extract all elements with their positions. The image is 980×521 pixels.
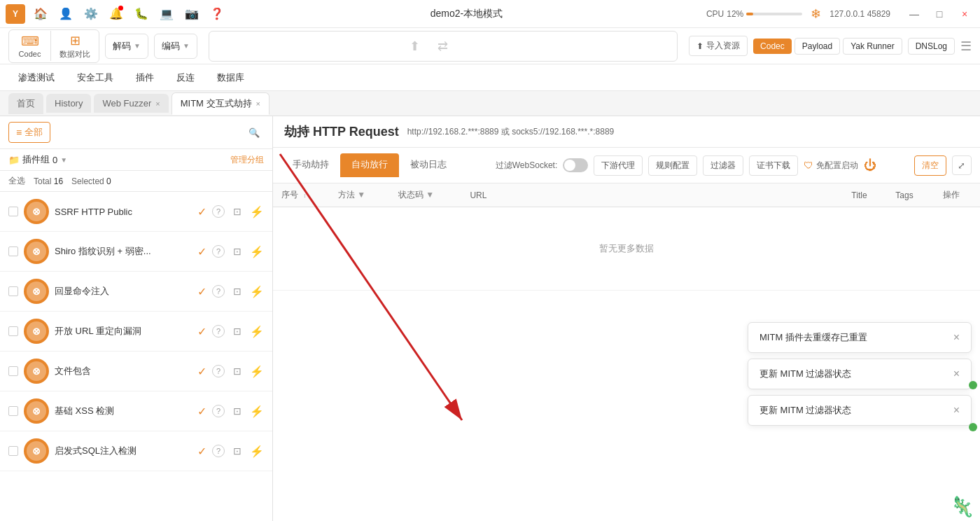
plugin-checkbox[interactable] (8, 366, 18, 376)
clear-button[interactable]: 清空 (914, 155, 946, 176)
tab-mitm-close[interactable]: × (256, 99, 260, 108)
tab-history[interactable]: History (46, 94, 91, 113)
tab-mitm[interactable]: MITM 交互式劫持 × (172, 92, 270, 115)
plugin-run-icon[interactable]: ⚡ (250, 405, 264, 418)
tab-manual-hijack[interactable]: 手动劫持 (281, 153, 340, 177)
plugin-checkbox[interactable] (8, 246, 18, 256)
decode-dropdown[interactable]: 解码 ▼ (105, 34, 148, 59)
list-item[interactable]: ⊗ 启发式SQL注入检测 ✓ ? ⊡ ⚡ (0, 431, 272, 471)
col-status: 状态码 ▼ (390, 183, 461, 207)
plugin-name: 开放 URL 重定向漏洞 (55, 325, 192, 338)
list-item[interactable]: ⊗ 文件包含 ✓ ? ⊡ ⚡ (0, 352, 272, 391)
plugin-help-icon[interactable]: ? (212, 325, 225, 338)
notification-1-close[interactable]: × (953, 331, 960, 344)
tabs: 首页 History Web Fuzzer × MITM 交互式劫持 × (0, 91, 980, 116)
plugin-help-icon[interactable]: ? (212, 285, 225, 298)
tab-home[interactable]: 首页 (8, 93, 43, 114)
seq-sort-icon[interactable]: ↕ (303, 193, 306, 199)
menu-more-icon[interactable]: ☰ (960, 39, 972, 54)
plugin-log-icon[interactable]: ⊡ (230, 284, 244, 298)
plugin-run-icon[interactable]: ⚡ (250, 205, 264, 218)
filter-button[interactable]: 过滤器 (703, 155, 743, 176)
tab-web-fuzzer[interactable]: Web Fuzzer × (94, 94, 168, 113)
encode-dropdown[interactable]: 编码 ▼ (154, 34, 197, 59)
import-resource-button[interactable]: ⬆ 导入资源 (689, 36, 748, 56)
tab-web-fuzzer-close[interactable]: × (155, 99, 160, 108)
plugin-run-icon[interactable]: ⚡ (250, 445, 264, 458)
method-filter-icon[interactable]: ▼ (357, 190, 365, 200)
plugin-help-icon[interactable]: ? (212, 365, 225, 377)
expand-button[interactable]: ⤢ (952, 155, 972, 175)
status-filter-icon[interactable]: ▼ (426, 190, 434, 200)
all-button[interactable]: ≡ 全部 (8, 122, 50, 143)
tab-auto-release[interactable]: 自动放行 (340, 153, 399, 177)
menu-reverse[interactable]: 反连 (167, 67, 204, 88)
yak-runner-button[interactable]: Yak Runner (843, 38, 902, 55)
camera-icon[interactable]: 📷 (182, 4, 202, 24)
notification-3-close[interactable]: × (953, 404, 960, 417)
plugin-run-icon[interactable]: ⚡ (250, 325, 264, 338)
payload-button[interactable]: Payload (794, 38, 840, 55)
plugin-help-icon[interactable]: ? (212, 405, 225, 417)
plugin-run-icon[interactable]: ⚡ (250, 285, 264, 298)
plugin-checkbox[interactable] (8, 286, 18, 296)
bell-icon[interactable]: 🔔 (106, 4, 126, 24)
plugin-actions: ✓ ? ⊡ ⚡ (197, 244, 264, 258)
ws-toggle[interactable] (563, 158, 588, 172)
question-icon[interactable]: ❓ (207, 4, 227, 24)
bug-icon[interactable]: 🐛 (132, 4, 151, 24)
settings-icon[interactable]: ⚙️ (81, 4, 101, 24)
manage-group-button[interactable]: 管理分组 (230, 154, 264, 166)
plugin-log-icon[interactable]: ⊡ (230, 244, 244, 258)
plugin-avatar: ⊗ (24, 319, 49, 344)
plugin-log-icon[interactable]: ⊡ (230, 364, 244, 378)
col-actions: 操作 (934, 183, 980, 207)
plugin-checkbox[interactable] (8, 326, 18, 336)
plugin-checkbox[interactable] (8, 446, 18, 456)
maximize-button[interactable]: □ (930, 7, 949, 21)
plugin-avatar: ⊗ (24, 239, 49, 264)
power-button[interactable]: ⏻ (864, 158, 876, 173)
shield-icon: 🛡 (804, 160, 813, 171)
downstream-proxy-button[interactable]: 下游代理 (594, 155, 643, 176)
plugin-checkbox[interactable] (8, 207, 18, 216)
list-item[interactable]: ⊗ SSRF HTTP Public ✓ ? ⊡ ⚡ (0, 192, 272, 232)
user-icon[interactable]: 👤 (56, 4, 76, 24)
cert-download-button[interactable]: 证书下载 (749, 155, 798, 176)
menu-pentest[interactable]: 渗透测试 (8, 67, 64, 88)
tab-passive-log[interactable]: 被动日志 (399, 153, 458, 177)
notification-2-close[interactable]: × (953, 368, 960, 380)
plugin-log-icon[interactable]: ⊡ (230, 204, 244, 218)
home-icon[interactable]: 🏠 (31, 4, 50, 24)
close-button[interactable]: × (955, 7, 974, 21)
plugin-log-icon[interactable]: ⊡ (230, 324, 244, 338)
group-chevron[interactable]: ▼ (60, 156, 67, 164)
terminal-icon[interactable]: 💻 (157, 4, 176, 24)
rule-config-button[interactable]: 规则配置 (648, 155, 697, 176)
codec-dnslog-area: DNSLog (908, 38, 955, 55)
search-button[interactable]: 🔍 (244, 123, 264, 142)
minimize-button[interactable]: — (904, 7, 924, 21)
plugin-help-icon[interactable]: ? (212, 205, 225, 218)
plugin-help-icon[interactable]: ? (212, 445, 225, 457)
list-item[interactable]: ⊗ 基础 XSS 检测 ✓ ? ⊡ ⚡ (0, 391, 272, 431)
list-item[interactable]: ⊗ 回显命令注入 ✓ ? ⊡ ⚡ (0, 272, 272, 312)
menu-plugins[interactable]: 插件 (126, 67, 164, 88)
plugin-run-icon[interactable]: ⚡ (250, 245, 264, 258)
mitm-toolbar: 手动劫持 自动放行 被动日志 过滤WebSocket: 下游代理 规则配置 过滤… (273, 148, 980, 183)
plugin-run-icon[interactable]: ⚡ (250, 365, 264, 378)
menu-security-tools[interactable]: 安全工具 (67, 67, 123, 88)
plugin-help-icon[interactable]: ? (212, 245, 225, 258)
menu-database[interactable]: 数据库 (207, 67, 254, 88)
codec-toolbar-item[interactable]: ⌨ Codec (9, 31, 51, 61)
data-compare-toolbar-item[interactable]: ⊞ 数据对比 (51, 30, 99, 62)
dnslog-button[interactable]: DNSLog (908, 38, 955, 55)
codec-active-button[interactable]: Codec (753, 39, 792, 54)
plugin-log-icon[interactable]: ⊡ (230, 404, 244, 418)
plugin-check-icon: ✓ (197, 445, 206, 458)
list-item[interactable]: ⊗ Shiro 指纹识别 + 弱密... ✓ ? ⊡ ⚡ (0, 232, 272, 272)
list-item[interactable]: ⊗ 开放 URL 重定向漏洞 ✓ ? ⊡ ⚡ (0, 312, 272, 352)
notification-3: 更新 MITM 过滤器状态 × (748, 395, 972, 426)
plugin-log-icon[interactable]: ⊡ (230, 444, 244, 458)
plugin-checkbox[interactable] (8, 406, 18, 416)
